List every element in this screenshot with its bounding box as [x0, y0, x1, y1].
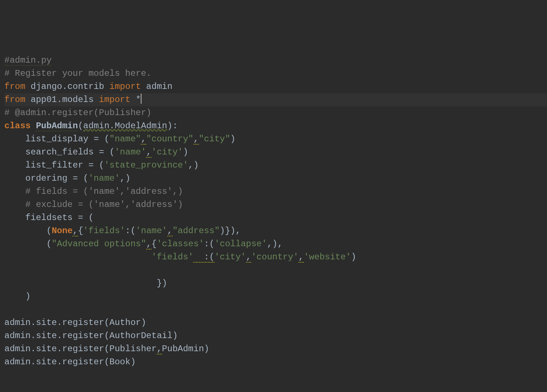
code-line[interactable]: 'fields' :('city','country','website')	[4, 251, 547, 264]
comma: ,	[146, 239, 151, 250]
close: })	[157, 278, 167, 288]
close: )}),	[220, 226, 241, 236]
code-line-current[interactable]: from app01.models import *	[4, 93, 547, 106]
paren: ,)	[188, 160, 199, 170]
code-line[interactable]: })	[4, 277, 547, 290]
string: 'fields'	[151, 252, 193, 262]
code-line[interactable]: ordering = ('name',)	[4, 172, 547, 185]
code-line[interactable]: class PubAdmin(admin.ModelAdmin):	[4, 119, 547, 133]
string: "address"	[172, 226, 220, 236]
close: ,),	[267, 239, 283, 249]
string: 'city'	[214, 252, 246, 262]
code-line[interactable]: (None,{'fields':('name',"address")}),	[4, 224, 547, 238]
string: 'name'	[115, 147, 146, 157]
colon-paren: :(	[204, 239, 214, 249]
comma: ,	[146, 147, 151, 158]
comment: # @admin.register(Publisher)	[4, 108, 151, 118]
indent	[4, 226, 46, 236]
code-line[interactable]: # Register your models here.	[4, 67, 547, 80]
code-line[interactable]: # @admin.register(Publisher)	[4, 106, 547, 119]
string: "Advanced options"	[52, 239, 146, 249]
indent	[4, 160, 26, 170]
indent	[4, 147, 26, 157]
paren: ,)	[120, 173, 131, 183]
code-line[interactable]: )	[4, 290, 547, 303]
brace: {	[151, 239, 156, 249]
call: PubAdmin)	[162, 344, 209, 354]
module-path: app01.models	[26, 95, 99, 105]
call: admin.site.register(Publisher	[4, 344, 157, 354]
builtin-none: None	[52, 226, 73, 236]
string: 'name'	[136, 226, 167, 236]
comment: # Register your models here.	[4, 68, 151, 78]
indent	[4, 291, 26, 301]
comma: ,	[73, 226, 78, 236]
comment: # exclude = ('name','address')	[26, 200, 183, 209]
import-star: *	[131, 95, 141, 105]
code-line[interactable]: list_display = ("name","country","city")	[4, 133, 547, 146]
paren: ):	[167, 121, 178, 131]
string: "city"	[199, 134, 230, 144]
indent	[4, 278, 157, 288]
code-line[interactable]: admin.site.register(Author)	[4, 316, 547, 329]
attr-assign: list_filter = (	[26, 160, 104, 170]
close: )	[26, 291, 31, 301]
call: admin.site.register(Author)	[4, 318, 146, 328]
paren: (	[78, 121, 83, 131]
import-name: admin	[141, 82, 172, 91]
paren: )	[183, 147, 188, 157]
paren: )	[230, 134, 235, 144]
comma: ,	[157, 344, 162, 354]
brace: {	[78, 226, 83, 236]
code-line[interactable]: #admin.py	[4, 54, 547, 67]
string: 'collapse'	[214, 239, 267, 249]
comment: # fields = ('name','address',)	[26, 187, 183, 196]
code-line[interactable]: admin.site.register(Publisher,PubAdmin)	[4, 342, 547, 356]
code-line[interactable]: list_filter = ('state_province',)	[4, 159, 547, 172]
comma: ,	[167, 226, 172, 236]
comma: ,	[246, 252, 251, 263]
string: 'classes'	[157, 239, 204, 249]
attr-assign: ordering = (	[26, 173, 89, 183]
paren: (	[46, 226, 51, 236]
colon-paren: :(	[125, 226, 136, 236]
string: "name"	[109, 134, 141, 144]
indent	[4, 252, 151, 262]
string: 'country'	[251, 252, 299, 262]
string: 'name'	[88, 173, 120, 183]
code-editor[interactable]: #admin.py# Register your models here.fro…	[4, 54, 547, 369]
call: admin.site.register(AuthorDetail)	[4, 331, 178, 341]
string: 'city'	[151, 147, 183, 157]
comma: ,	[299, 252, 304, 263]
comma: ,	[194, 134, 199, 145]
code-line[interactable]: # fields = ('name','address',)	[4, 185, 547, 198]
indent	[4, 213, 26, 223]
module-path: django.contrib	[26, 82, 109, 91]
attr-assign: list_display = (	[26, 134, 109, 144]
code-line[interactable]: admin.site.register(AuthorDetail)	[4, 329, 547, 342]
attr-assign: fieldsets = (	[26, 213, 94, 223]
comment: #admin.py	[4, 55, 52, 66]
paren: )	[351, 252, 356, 262]
keyword-import: import	[109, 82, 141, 91]
code-line[interactable]	[4, 303, 547, 316]
code-line[interactable]	[4, 264, 547, 277]
colon: :(	[193, 252, 214, 263]
indent	[4, 187, 26, 196]
code-line[interactable]: fieldsets = (	[4, 211, 547, 224]
code-line[interactable]: ("Advanced options",{'classes':('collaps…	[4, 238, 547, 251]
keyword-from: from	[4, 95, 26, 105]
string: 'fields'	[83, 226, 125, 236]
keyword-class: class	[4, 121, 36, 131]
code-line[interactable]: from django.contrib import admin	[4, 80, 547, 93]
indent	[4, 239, 46, 249]
call: admin.site.register(Book)	[4, 357, 136, 367]
text-caret-icon	[141, 94, 141, 104]
paren: (	[46, 239, 51, 249]
code-line[interactable]: admin.site.register(Book)	[4, 356, 547, 369]
indent	[4, 200, 26, 209]
code-line[interactable]: # exclude = ('name','address')	[4, 198, 547, 211]
comma: ,	[141, 134, 146, 145]
base-class: admin.ModelAdmin	[83, 121, 167, 131]
code-line[interactable]: search_fields = ('name','city')	[4, 146, 547, 159]
